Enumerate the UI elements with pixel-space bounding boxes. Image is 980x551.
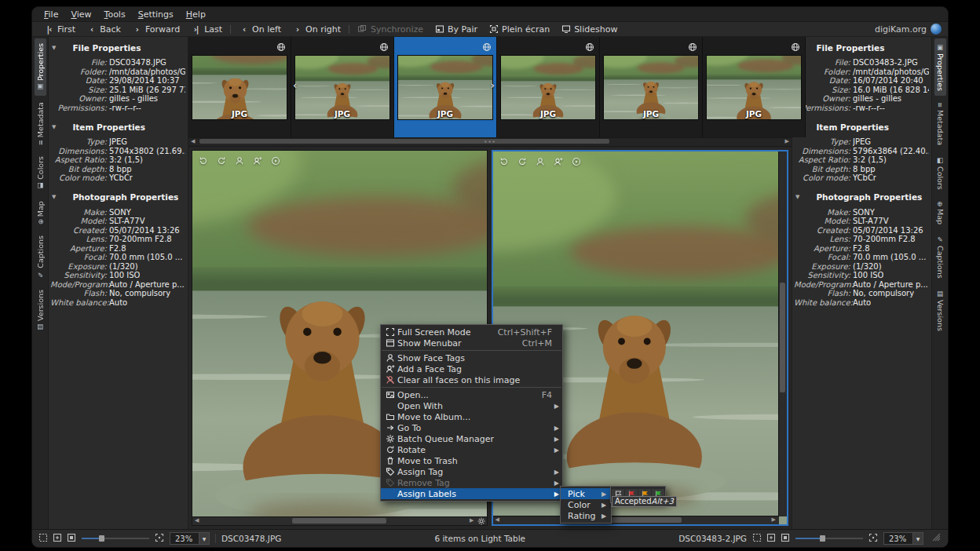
submenu-item-rating[interactable]: Rating▶ xyxy=(561,510,611,521)
submenu-item-pick[interactable]: Pick▶ xyxy=(561,488,611,499)
splitter-handle[interactable]: ••• xyxy=(484,140,495,144)
menu-item-open-with[interactable]: Open With▶ xyxy=(381,400,562,411)
toolbar-synchronize[interactable]: Synchronize xyxy=(352,24,429,35)
collapse-arrow-icon[interactable]: ▼ xyxy=(52,124,56,130)
right-pane-vscrollbar[interactable] xyxy=(778,151,787,516)
scroll-right-icon[interactable]: ▶ xyxy=(785,138,789,145)
fit-to-selection-icon[interactable] xyxy=(155,533,164,544)
menu-item-rotate[interactable]: Rotate▶ xyxy=(381,444,562,455)
menu-item-open[interactable]: Open...F4 xyxy=(381,389,562,400)
thumbnail-2[interactable]: JPG‹ xyxy=(291,37,394,137)
menu-file[interactable]: File xyxy=(38,9,64,20)
menu-item-add-a-face-tag[interactable]: Add a Face Tag xyxy=(381,363,562,374)
collapse-arrow-icon[interactable]: ▼ xyxy=(52,194,56,200)
tab-metadata-right[interactable]: ≡Metadata xyxy=(934,97,946,150)
scroll-left-icon[interactable]: ◀ xyxy=(191,138,195,145)
tab-versions-left[interactable]: ▤Versions xyxy=(35,285,46,336)
section-header[interactable]: ▼Photograph Properties xyxy=(52,192,185,203)
menu-item-batch-queue-manager[interactable]: Batch Queue Manager▶ xyxy=(381,433,562,444)
add-face-tag-icon[interactable] xyxy=(554,155,563,170)
toolbar-first[interactable]: |‹First xyxy=(38,24,81,35)
slideshow-play-icon[interactable] xyxy=(271,154,280,169)
section-header[interactable]: ▼File Properties xyxy=(795,42,929,53)
rotate-right-icon[interactable] xyxy=(517,155,527,170)
menu-item-clear-all-faces-on-this-image[interactable]: Clear all faces on this image xyxy=(381,374,562,385)
thumbnail-3[interactable]: JPG› xyxy=(394,37,497,137)
fit-to-selection-icon[interactable] xyxy=(868,533,878,544)
tab-map-left[interactable]: ⊕Map xyxy=(35,196,46,229)
tab-properties-right[interactable]: ▣Properties xyxy=(934,38,946,96)
tab-map-right[interactable]: ⊕Map xyxy=(934,196,946,229)
thumbnail-5[interactable]: JPG xyxy=(600,37,703,137)
right-zoom-combo[interactable]: 23% ▼ xyxy=(883,532,923,545)
scroll-left-icon[interactable]: ◀ xyxy=(195,517,199,524)
thumbbar-scrollbar[interactable]: ◀ ••• ▶ xyxy=(188,137,792,147)
right-zoom-slider[interactable] xyxy=(795,535,863,542)
add-face-tag-icon[interactable] xyxy=(253,154,262,169)
menu-tools[interactable]: Tools xyxy=(99,9,131,20)
zoom-fit-window-icon[interactable] xyxy=(53,533,62,544)
toolbar-forward[interactable]: ›Forward xyxy=(126,24,185,35)
tab-metadata-left[interactable]: ≡Metadata xyxy=(35,97,46,150)
slideshow-play-icon[interactable] xyxy=(572,155,581,170)
section-header[interactable]: ▼Item Properties xyxy=(795,122,929,132)
zoom-select-icon[interactable] xyxy=(752,533,762,544)
menu-item-move-to-trash[interactable]: Move to Trash xyxy=(381,455,562,466)
menu-item-go-to[interactable]: Go To▶ xyxy=(381,422,562,433)
rotate-right-icon[interactable] xyxy=(217,154,226,169)
menu-view[interactable]: View xyxy=(65,9,97,20)
collapse-arrow-icon[interactable]: ▼ xyxy=(795,194,799,200)
show-face-tags-icon[interactable] xyxy=(536,155,545,170)
menu-help[interactable]: Help xyxy=(181,9,211,20)
nav-left-overlay-icon[interactable]: ‹ xyxy=(293,79,297,91)
pane-settings-icon[interactable] xyxy=(477,517,486,524)
menu-item-assign-labels[interactable]: Assign Labels▶ xyxy=(381,488,562,499)
resize-grip[interactable] xyxy=(932,533,942,544)
rotate-left-icon[interactable] xyxy=(199,154,208,169)
scrollbar-thumb[interactable] xyxy=(292,518,386,524)
collapse-arrow-icon[interactable]: ▼ xyxy=(52,45,56,51)
toolbar-plein-cran[interactable]: Plein écran xyxy=(483,24,555,35)
tab-colors-left[interactable]: ◧Colors xyxy=(35,151,46,195)
thumbnail-6[interactable]: JPG xyxy=(703,37,806,137)
section-header[interactable]: ▼Item Properties xyxy=(52,122,185,132)
zoom-fit-window-icon[interactable] xyxy=(766,533,776,544)
thumbnail-1[interactable]: JPG xyxy=(188,37,291,137)
menu-settings[interactable]: Settings xyxy=(133,9,179,20)
chevron-down-icon[interactable]: ▼ xyxy=(199,533,209,544)
tab-captions-left[interactable]: ✎Captions xyxy=(35,231,46,283)
submenu-item-color[interactable]: Color▶ xyxy=(561,499,611,510)
nav-right-overlay-icon[interactable]: › xyxy=(491,79,495,91)
toolbar-on-right[interactable]: ›On right xyxy=(287,24,346,35)
tab-versions-right[interactable]: ▤Versions xyxy=(934,285,946,336)
left-pane-hscrollbar[interactable]: ◀ ▶ xyxy=(192,516,487,525)
right-pane-hscrollbar[interactable]: ◀ ▶ xyxy=(493,516,780,524)
toolbar-last[interactable]: ›|Last xyxy=(185,24,228,35)
toolbar-on-left[interactable]: ‹On left xyxy=(233,24,287,35)
zoom-select-icon[interactable] xyxy=(38,533,48,544)
section-header[interactable]: ▼Photograph Properties xyxy=(795,192,929,203)
menu-item-show-menubar[interactable]: Show MenubarCtrl+M xyxy=(381,338,562,348)
zoom-100-icon[interactable] xyxy=(67,533,76,544)
zoom-100-icon[interactable] xyxy=(781,533,790,544)
section-header[interactable]: ▼File Properties xyxy=(52,42,185,53)
thumbnail-4[interactable]: JPG xyxy=(497,37,600,137)
scrollbar-thumb[interactable] xyxy=(780,283,785,392)
tab-properties-left[interactable]: ▣Properties xyxy=(35,38,46,96)
rotate-left-icon[interactable] xyxy=(499,155,509,170)
toolbar-by-pair[interactable]: By Pair xyxy=(429,24,483,35)
scroll-right-icon[interactable]: ▶ xyxy=(470,517,474,524)
left-zoom-combo[interactable]: 23% ▼ xyxy=(170,532,210,545)
menu-item-show-face-tags[interactable]: Show Face Tags xyxy=(381,352,562,363)
scroll-left-icon[interactable]: ◀ xyxy=(495,516,499,524)
toolbar-back[interactable]: ‹Back xyxy=(81,24,126,35)
chevron-down-icon[interactable]: ▼ xyxy=(912,533,923,544)
menu-item-move-to-album[interactable]: Move to Album... xyxy=(381,411,562,422)
scroll-right-icon[interactable]: ▶ xyxy=(772,516,776,524)
menu-item-assign-tag[interactable]: Assign Tag▶ xyxy=(381,466,562,477)
tab-captions-right[interactable]: ✎Captions xyxy=(934,231,946,283)
show-face-tags-icon[interactable] xyxy=(235,154,244,169)
digikam-globe-icon[interactable] xyxy=(931,24,942,35)
scrollbar-thumb[interactable] xyxy=(199,139,609,144)
left-zoom-slider[interactable] xyxy=(82,535,149,542)
